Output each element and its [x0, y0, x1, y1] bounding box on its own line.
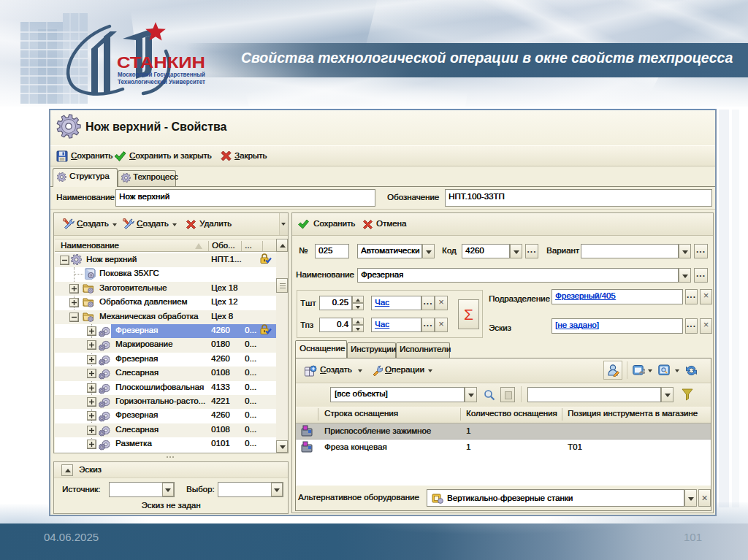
svg-text:Технологический Университет: Технологический Университет — [118, 78, 205, 85]
svg-text:Московский Государственный: Московский Государственный — [118, 71, 205, 78]
svg-text:СТАНКИН: СТАНКИН — [117, 53, 205, 72]
